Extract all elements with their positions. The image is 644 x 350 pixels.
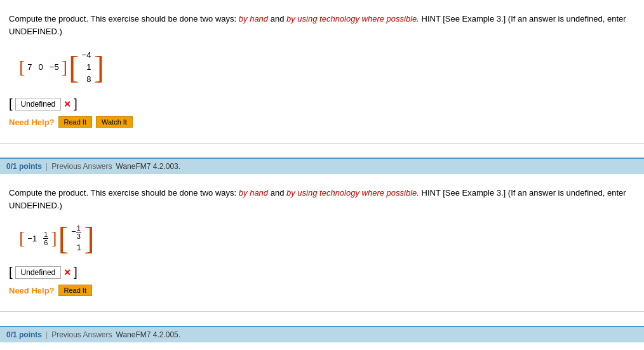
p2-cell-neg1: −1 bbox=[27, 234, 37, 243]
problem1-and: and bbox=[271, 14, 285, 24]
problem2-need-help-label: Need Help? bbox=[9, 286, 55, 295]
problem3-prev-answers: Previous Answers bbox=[51, 330, 112, 339]
p2-col-cell-1: 1 bbox=[77, 243, 81, 252]
problem3-section: Compute the product. This exercise shoul… bbox=[0, 342, 644, 350]
problem2-row-vec: [ −1 1 6 ] bbox=[19, 229, 57, 248]
problem2-points: 0/1 points bbox=[6, 162, 42, 171]
row-bracket-right-icon: ] bbox=[62, 58, 67, 76]
divider1 bbox=[0, 143, 644, 144]
problem1-row-content: 7 0 −5 bbox=[25, 61, 61, 73]
problem2-by-hand: by hand bbox=[239, 188, 268, 198]
col-cell-1: 1 bbox=[86, 62, 91, 72]
problem1-instruction: Compute the product. This exercise shoul… bbox=[9, 14, 236, 24]
problem3-header: 0/1 points | Previous Answers WaneFM7 4.… bbox=[0, 326, 644, 342]
p2-open-bracket-icon: [ bbox=[9, 265, 13, 279]
col-cell-8: 8 bbox=[86, 74, 91, 84]
problem2-section: Compute the product. This exercise shoul… bbox=[0, 174, 644, 305]
problem1-clear-icon[interactable]: ✕ bbox=[64, 99, 71, 109]
open-bracket-icon: [ bbox=[9, 97, 13, 111]
problem1-matrix-expr: [ 7 0 −5 ] [ −4 1 8 ] bbox=[19, 48, 104, 86]
problem1-col-content: −4 1 8 bbox=[78, 48, 95, 86]
cell-neg5: −5 bbox=[50, 62, 59, 72]
p2-col-cell-frac: − 1 3 bbox=[71, 224, 81, 240]
problem2-answer-box[interactable]: Undefined bbox=[15, 266, 62, 279]
p2-cell-frac: 1 6 bbox=[43, 231, 48, 246]
problem1-text: Compute the product. This exercise shoul… bbox=[9, 13, 635, 37]
problem2-instruction: Compute the product. This exercise shoul… bbox=[9, 188, 236, 198]
problem2-clear-icon[interactable]: ✕ bbox=[64, 267, 71, 278]
problem1-by-hand: by hand bbox=[239, 14, 268, 24]
col-bracket-right-icon: ] bbox=[93, 51, 104, 83]
problem1-answer-row: [ Undefined ✕ ] bbox=[9, 97, 635, 111]
cell-0: 0 bbox=[39, 62, 43, 72]
problem2-prev-answers: Previous Answers bbox=[51, 162, 112, 171]
problem2-text: Compute the product. This exercise shoul… bbox=[9, 187, 635, 212]
problem1-hint: HINT [See Example 3.] bbox=[422, 14, 506, 24]
problem1-by-tech: by using technology where possible. bbox=[286, 14, 419, 24]
problem1-need-help-label: Need Help? bbox=[9, 118, 55, 127]
problem2-by-tech: by using technology where possible. bbox=[286, 188, 419, 198]
row-bracket-left-icon: [ bbox=[19, 58, 25, 76]
col-cell-neg4: −4 bbox=[82, 50, 91, 60]
problem3-points: 0/1 points bbox=[6, 330, 42, 339]
problem2-answer-row: [ Undefined ✕ ] bbox=[9, 265, 635, 279]
problem3-course: WaneFM7 4.2.005. bbox=[116, 330, 181, 339]
problem1-watch-it-button[interactable]: Watch It bbox=[96, 116, 133, 128]
problem2-read-it-button[interactable]: Read It bbox=[58, 285, 92, 296]
problem2-col-vec: [ − 1 3 1 ] bbox=[58, 222, 95, 255]
problem2-need-help: Need Help? Read It bbox=[9, 285, 635, 296]
problem1-row-vec: [ 7 0 −5 ] bbox=[19, 58, 67, 76]
problem1-col-vec: [ −4 1 8 ] bbox=[69, 48, 104, 86]
cell-7: 7 bbox=[27, 62, 32, 72]
problem2-matrix-expr: [ −1 1 6 ] [ − 1 3 bbox=[19, 222, 95, 255]
problem2-hint: HINT [See Example 3.] bbox=[422, 188, 506, 198]
problem1-need-help: Need Help? Read It Watch It bbox=[9, 116, 635, 128]
p2-row-bracket-left-icon: [ bbox=[19, 229, 25, 247]
problem2-col-content: − 1 3 1 bbox=[67, 222, 85, 255]
divider2 bbox=[0, 311, 644, 312]
close-bracket-icon: ] bbox=[74, 97, 77, 111]
problem2-course: WaneFM7 4.2.003. bbox=[116, 162, 181, 171]
problem2-header: 0/1 points | Previous Answers WaneFM7 4.… bbox=[0, 158, 644, 174]
problem1-answer-box[interactable]: Undefined bbox=[15, 98, 62, 111]
problem1-section: Compute the product. This exercise shoul… bbox=[0, 0, 644, 137]
p2-col-bracket-right-icon: ] bbox=[84, 222, 95, 254]
p2-row-bracket-right-icon: ] bbox=[51, 229, 57, 247]
problem2-and: and bbox=[271, 188, 285, 198]
problem1-read-it-button[interactable]: Read It bbox=[58, 116, 92, 128]
problem2-row-content: −1 1 6 bbox=[25, 229, 51, 248]
p2-close-bracket-icon: ] bbox=[74, 265, 77, 279]
